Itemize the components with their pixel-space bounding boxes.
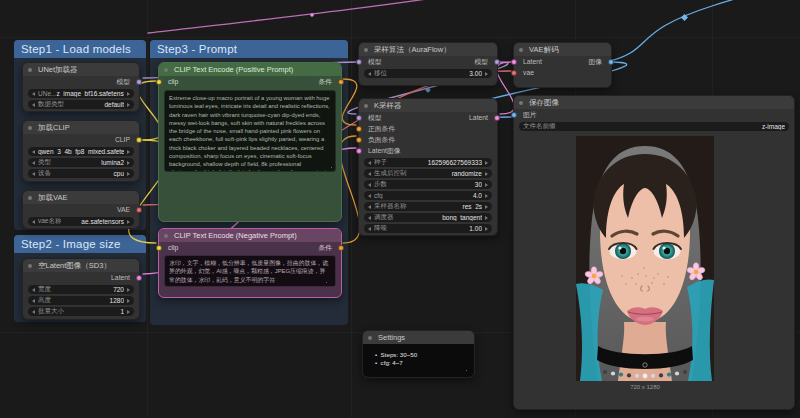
node-model-sampling-titlebar[interactable]: 采样算法（AuraFlow）: [359, 43, 497, 56]
node-save-image-titlebar[interactable]: 保存图像: [514, 96, 794, 109]
generated-image-preview[interactable]: [576, 136, 714, 381]
node-vae-loader-titlebar[interactable]: 加载VAE: [23, 191, 139, 204]
widget-steps[interactable]: 步数30: [364, 180, 492, 189]
input-port-latent-image[interactable]: [356, 148, 362, 154]
right-arrow-icon[interactable]: [485, 227, 488, 231]
widget-shift[interactable]: 移位3.00: [364, 69, 492, 78]
group-step3-title[interactable]: Step3 - Prompt: [150, 40, 348, 58]
collapse-dot[interactable]: [519, 48, 523, 52]
output-port-cond[interactable]: [338, 79, 344, 85]
widget-vae-name[interactable]: vae名称ae.safetensors: [28, 217, 134, 226]
right-arrow-icon[interactable]: [127, 299, 130, 303]
input-port-negative[interactable]: [356, 137, 362, 143]
input-port-model[interactable]: [356, 59, 362, 65]
node-clip-loader[interactable]: 加载CLIP CLIP qwen_3_4b_fp8_mixed.safeten …: [22, 120, 140, 182]
widget-width[interactable]: 宽度720: [28, 285, 134, 294]
left-arrow-icon[interactable]: [32, 172, 35, 176]
output-port-model[interactable]: [136, 79, 142, 85]
input-port-vae[interactable]: [511, 70, 517, 76]
right-arrow-icon[interactable]: [127, 103, 130, 107]
right-arrow-icon[interactable]: [485, 183, 488, 187]
right-arrow-icon[interactable]: [127, 172, 130, 176]
output-port-cond[interactable]: [338, 245, 344, 251]
input-port-model[interactable]: [356, 115, 362, 121]
node-model-sampling[interactable]: 采样算法（AuraFlow） 模型模型 移位3.00: [358, 42, 498, 86]
collapse-dot[interactable]: [368, 336, 372, 340]
node-clip-loader-titlebar[interactable]: 加载CLIP: [23, 121, 139, 134]
collapse-dot[interactable]: [28, 196, 32, 200]
widget-unet-dtype[interactable]: 数据类型default: [28, 100, 134, 109]
output-port-vae[interactable]: [136, 207, 142, 213]
group-step1-title[interactable]: Step1 - Load models: [14, 40, 146, 58]
collapse-dot[interactable]: [519, 101, 523, 105]
left-arrow-icon[interactable]: [32, 92, 35, 96]
widget-seed-control[interactable]: 生成后控制randomize: [364, 169, 492, 178]
right-arrow-icon[interactable]: [485, 216, 488, 220]
node-vae-loader[interactable]: 加载VAE VAE vae名称ae.safetensors: [22, 190, 140, 229]
left-arrow-icon[interactable]: [32, 299, 35, 303]
right-arrow-icon[interactable]: [485, 194, 488, 198]
left-arrow-icon[interactable]: [368, 194, 371, 198]
output-port-image[interactable]: [608, 59, 614, 65]
left-arrow-icon[interactable]: [32, 288, 35, 292]
node-negative-prompt-titlebar[interactable]: CLIP Text Encode (Negative Prompt): [159, 229, 341, 242]
node-ksampler[interactable]: K采样器 模型Latent 正面条件 负面条件 Latent图像 种子16259…: [358, 98, 498, 236]
widget-clip-device[interactable]: 设备cpu: [28, 169, 134, 178]
output-port-latent[interactable]: [136, 275, 142, 281]
node-empty-latent[interactable]: 空Latent图像（SD3） Latent 宽度720 高度1280 批量大小1: [22, 258, 140, 320]
left-arrow-icon[interactable]: [32, 310, 35, 314]
left-arrow-icon[interactable]: [368, 72, 371, 76]
collapse-dot[interactable]: [28, 264, 32, 268]
widget-clip-name[interactable]: qwen_3_4b_fp8_mixed.safeten ...: [28, 147, 134, 156]
positive-prompt-textarea[interactable]: Extreme close-up macro portrait of a you…: [164, 90, 336, 172]
collapse-dot[interactable]: [164, 234, 168, 238]
output-port-model[interactable]: [494, 59, 500, 65]
left-arrow-icon[interactable]: [368, 205, 371, 209]
widget-unet-name[interactable]: UNe...z_image_bf16.safetensors: [28, 89, 134, 98]
node-save-image[interactable]: 保存图像 图片 文件名前缀z-image: [513, 95, 795, 410]
input-port-clip[interactable]: [156, 79, 162, 85]
right-arrow-icon[interactable]: [127, 161, 130, 165]
widget-sampler-name[interactable]: 采样器名称res_2s: [364, 202, 492, 211]
widget-cfg[interactable]: cfg4.0: [364, 191, 492, 200]
right-arrow-icon[interactable]: [485, 205, 488, 209]
settings-note-body[interactable]: • Steps: 30~50 • cfg: 4~7: [363, 344, 474, 377]
left-arrow-icon[interactable]: [32, 103, 35, 107]
right-arrow-icon[interactable]: [485, 161, 488, 165]
left-arrow-icon[interactable]: [32, 220, 35, 224]
widget-height[interactable]: 高度1280: [28, 296, 134, 305]
node-negative-prompt[interactable]: CLIP Text Encode (Negative Prompt) clip条…: [158, 228, 342, 298]
node-positive-prompt-titlebar[interactable]: CLIP Text Encode (Positive Prompt): [159, 63, 341, 76]
node-ksampler-titlebar[interactable]: K采样器: [359, 99, 497, 112]
output-port-latent[interactable]: [494, 115, 500, 121]
right-arrow-icon[interactable]: [127, 310, 130, 314]
left-arrow-icon[interactable]: [368, 183, 371, 187]
left-arrow-icon[interactable]: [368, 216, 371, 220]
input-port-image[interactable]: [511, 112, 517, 118]
output-port-clip[interactable]: [136, 137, 142, 143]
node-vae-decode-titlebar[interactable]: VAE解码: [514, 43, 611, 56]
collapse-dot[interactable]: [28, 126, 32, 130]
right-arrow-icon[interactable]: [127, 288, 130, 292]
node-empty-latent-titlebar[interactable]: 空Latent图像（SD3）: [23, 259, 139, 272]
right-arrow-icon[interactable]: [127, 92, 130, 96]
right-arrow-icon[interactable]: [485, 72, 488, 76]
group-step2-title[interactable]: Step2 - Image size: [14, 235, 146, 253]
resize-grip-icon[interactable]: [462, 366, 469, 373]
collapse-dot[interactable]: [364, 104, 368, 108]
widget-batch-size[interactable]: 批量大小1: [28, 307, 134, 316]
node-vae-decode[interactable]: VAE解码 Latent图像 vae: [513, 42, 612, 88]
input-port-positive[interactable]: [356, 126, 362, 132]
widget-clip-type[interactable]: 类型lumina2: [28, 158, 134, 167]
collapse-dot[interactable]: [164, 68, 168, 72]
left-arrow-icon[interactable]: [368, 227, 371, 231]
widget-filename-prefix[interactable]: 文件名前缀z-image: [519, 122, 789, 131]
node-canvas[interactable]: Step1 - Load models Step2 - Image size S…: [0, 0, 800, 418]
widget-scheduler[interactable]: 调度器bong_tangent: [364, 213, 492, 222]
node-settings-note[interactable]: Settings • Steps: 30~50 • cfg: 4~7: [362, 330, 475, 378]
input-port-latent[interactable]: [511, 59, 517, 65]
left-arrow-icon[interactable]: [368, 172, 371, 176]
right-arrow-icon[interactable]: [127, 150, 130, 154]
widget-seed[interactable]: 种子162596627569333: [364, 158, 492, 167]
collapse-dot[interactable]: [364, 48, 368, 52]
